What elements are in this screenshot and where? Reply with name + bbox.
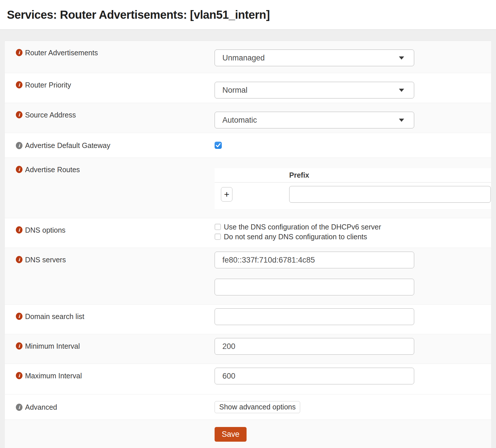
- advertise-default-gateway-checkbox[interactable]: [215, 142, 222, 149]
- row-router-advertisements: i Router Advertisements Unmanaged: [5, 41, 491, 73]
- prefix-column-header: Prefix: [289, 171, 309, 179]
- info-icon[interactable]: i: [16, 342, 22, 350]
- info-icon[interactable]: i: [16, 81, 22, 88]
- advertise-routes-table: Prefix +: [215, 168, 491, 209]
- checkbox-label: Do not send any DNS configuration to cli…: [224, 233, 367, 241]
- settings-form: i Router Advertisements Unmanaged i Rout…: [5, 41, 491, 448]
- row-save: Save: [5, 419, 491, 448]
- info-icon[interactable]: i: [16, 226, 22, 234]
- router-advertisements-select[interactable]: Unmanaged: [215, 50, 414, 66]
- title-bar: Services: Router Advertisements: [vlan51…: [0, 0, 496, 30]
- row-advertise-routes: i Advertise Routes Prefix +: [5, 157, 491, 218]
- selected-value: Normal: [222, 86, 247, 95]
- row-router-priority: i Router Priority Normal: [5, 73, 491, 103]
- info-icon[interactable]: i: [16, 166, 22, 173]
- row-dns-options: i DNS options Use the DNS configuration …: [5, 218, 491, 248]
- row-advertise-default-gateway: i Advertise Default Gateway: [5, 133, 491, 157]
- selected-value: Automatic: [222, 116, 257, 125]
- row-minimum-interval: i Minimum Interval: [5, 334, 491, 364]
- info-icon[interactable]: i: [16, 404, 22, 411]
- checkmark-icon: [216, 143, 221, 147]
- row-label: Maximum Interval: [25, 371, 82, 380]
- page-title: Services: Router Advertisements: [vlan51…: [7, 8, 270, 21]
- row-label: Source Address: [25, 111, 76, 119]
- info-icon[interactable]: i: [16, 111, 22, 118]
- chevron-down-icon: [399, 56, 404, 60]
- row-label: Minimum Interval: [25, 342, 80, 350]
- row-maximum-interval: i Maximum Interval: [5, 364, 491, 394]
- row-label: DNS servers: [25, 255, 66, 264]
- row-label: DNS options: [25, 226, 65, 234]
- router-priority-select[interactable]: Normal: [215, 82, 414, 98]
- dns-server-2-input[interactable]: [215, 279, 414, 295]
- row-label: Advanced: [25, 403, 57, 411]
- row-domain-search-list: i Domain search list: [5, 304, 491, 334]
- info-icon[interactable]: i: [16, 256, 22, 263]
- row-label: Advertise Routes: [25, 165, 80, 174]
- checkbox-label: Use the DNS configuration of the DHCPv6 …: [224, 223, 381, 231]
- chevron-down-icon: [399, 119, 404, 122]
- dns-option-no-dns: Do not send any DNS configuration to cli…: [215, 232, 491, 242]
- no-dns-config-checkbox[interactable]: [215, 234, 221, 240]
- source-address-select[interactable]: Automatic: [215, 112, 414, 128]
- domain-search-list-input[interactable]: [215, 308, 414, 325]
- info-icon[interactable]: i: [16, 142, 22, 149]
- row-label: Domain search list: [25, 312, 84, 321]
- info-icon[interactable]: i: [16, 49, 22, 56]
- save-button[interactable]: Save: [215, 427, 247, 442]
- use-dhcpv6-dns-checkbox[interactable]: [215, 224, 221, 230]
- row-source-address: i Source Address Automatic: [5, 103, 491, 133]
- show-advanced-options-button[interactable]: Show advanced options: [215, 401, 300, 413]
- row-label: Router Advertisements: [25, 48, 98, 57]
- row-dns-servers: i DNS servers: [5, 248, 491, 304]
- selected-value: Unmanaged: [222, 54, 265, 62]
- chevron-down-icon: [399, 89, 404, 92]
- info-icon[interactable]: i: [16, 372, 22, 379]
- dns-server-1-input[interactable]: [215, 252, 414, 268]
- prefix-input[interactable]: [289, 186, 491, 203]
- minimum-interval-input[interactable]: [215, 338, 414, 355]
- dns-option-dhcpv6: Use the DNS configuration of the DHCPv6 …: [215, 222, 491, 232]
- info-icon[interactable]: i: [16, 313, 22, 320]
- row-label: Advertise Default Gateway: [25, 141, 110, 150]
- row-label: Router Priority: [25, 81, 71, 89]
- maximum-interval-input[interactable]: [215, 368, 414, 384]
- row-advanced: i Advanced Show advanced options: [5, 394, 491, 419]
- add-route-button[interactable]: +: [221, 187, 232, 202]
